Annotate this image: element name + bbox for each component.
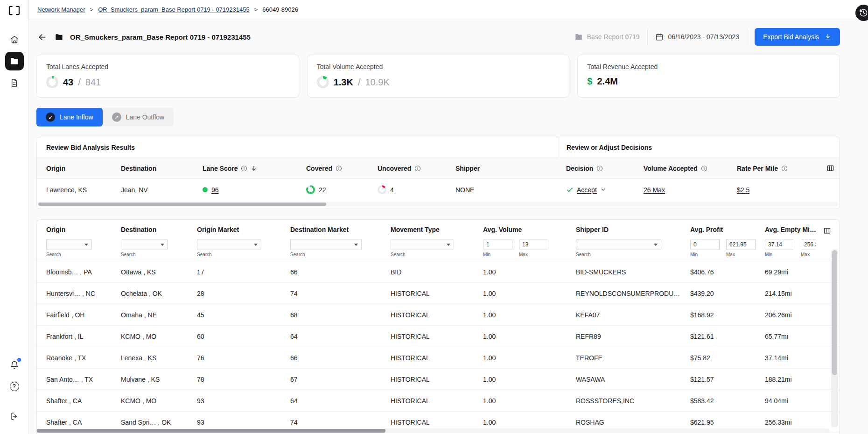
lane-row[interactable]: Shafter , CA KCMO , MO 93 64 HISTORICAL … — [37, 390, 840, 412]
lane-row[interactable]: San Anto… , TX Mulvane , KS 78 67 HISTOR… — [37, 369, 840, 390]
home-button[interactable] — [5, 30, 24, 49]
info-icon[interactable] — [781, 165, 788, 172]
lanes-vertical-scrollbar[interactable] — [831, 249, 838, 427]
shipper-id-filter-wrap — [576, 239, 661, 250]
cell-movement-type: HISTORICAL — [381, 347, 474, 368]
cell-movement-type: HISTORICAL — [381, 369, 474, 390]
avg-volume-max-input[interactable] — [519, 239, 548, 250]
scrollbar-thumb[interactable] — [832, 250, 837, 375]
document-icon — [10, 78, 19, 87]
info-icon[interactable] — [701, 165, 707, 172]
origin-filter-select[interactable] — [46, 239, 92, 250]
lane-row[interactable]: Frankfort , IL KCMO , MO 60 64 HISTORICA… — [37, 326, 840, 347]
avg-profit-filter: Min Max — [681, 239, 756, 257]
lane-row[interactable]: Roanoke , TX Lenexa , KS 76 66 HISTORICA… — [37, 347, 840, 369]
decision-horizontal-scrollbar[interactable] — [38, 202, 838, 207]
lane-score-link[interactable]: 96 — [211, 186, 219, 194]
scrollbar-thumb[interactable] — [37, 429, 385, 433]
col-label: Shipper — [455, 165, 480, 172]
stat-separator: / — [358, 77, 361, 88]
col-label: Destination — [121, 165, 156, 172]
avg-empty-mi-max-input[interactable] — [801, 239, 816, 250]
section-title-results: Review Bid Analysis Results — [37, 137, 557, 158]
stat-label: Total Volume Accepted — [317, 63, 560, 70]
logout-button[interactable] — [5, 407, 24, 426]
lanes-horizontal-scrollbar[interactable] — [37, 428, 829, 433]
notifications-button[interactable] — [5, 356, 24, 374]
avg-empty-mi-min-input[interactable] — [765, 239, 794, 250]
cell-avg-profit: $168.92 — [681, 304, 756, 325]
lane-row[interactable]: Bloomsb… , PA Ottawa , KS 17 66 BID 1.00… — [37, 261, 840, 283]
avg-volume-min-input[interactable] — [483, 239, 512, 250]
reports-button[interactable] — [5, 52, 24, 70]
cell-destination: KCMO , MO — [112, 326, 188, 347]
help-button[interactable] — [5, 377, 24, 396]
lane-row[interactable]: Huntersvi… , NC Ochelata , OK 28 74 HIST… — [37, 283, 840, 304]
movement-type-filter-wrap — [391, 239, 454, 250]
info-icon[interactable] — [414, 165, 421, 172]
col-label: Uncovered — [378, 165, 411, 172]
col-label: Volume Accepted — [644, 165, 698, 172]
cell-movement-type: HISTORICAL — [381, 390, 474, 411]
cell-shipper-id: WASAWA — [567, 369, 681, 390]
volume-accepted-link[interactable]: 26 Max — [644, 186, 665, 194]
col-shipper-id: Shipper ID — [567, 226, 681, 236]
scrollbar-thumb[interactable] — [38, 203, 326, 206]
movement-type-filter-select[interactable] — [391, 239, 454, 250]
destination-market-filter-select[interactable] — [290, 239, 362, 250]
info-icon[interactable] — [241, 165, 247, 172]
history-button[interactable] — [855, 5, 868, 21]
cell-volume-accepted: 26 Max — [634, 179, 728, 201]
report-header-actions: Base Report 0719 06/16/2023 - 07/13/2023 — [574, 28, 840, 46]
notification-dot — [17, 358, 21, 362]
max-label: Max — [801, 252, 816, 257]
decision-row[interactable]: Lawrence, KS Jean, NV 96 22 4 NONE — [37, 179, 840, 201]
decision-dropdown[interactable]: Accept — [557, 179, 634, 201]
destination-filter-select[interactable] — [121, 239, 168, 250]
brackets-logo-icon — [8, 6, 20, 15]
cell-destination-market: 64 — [281, 326, 381, 347]
column-settings-button[interactable] — [822, 226, 832, 236]
cell-avg-profit: $439.20 — [681, 283, 756, 304]
cell-destination: Mulvane , KS — [112, 369, 188, 390]
cell-origin: Shafter , CA — [37, 390, 112, 411]
lane-direction-tabs: Lane Inflow Lane Outflow — [36, 108, 174, 126]
shipper-id-filter-select[interactable] — [576, 239, 661, 250]
column-settings-button[interactable] — [826, 163, 835, 173]
documents-button[interactable] — [5, 73, 24, 92]
tab-lane-inflow[interactable]: Lane Inflow — [36, 108, 103, 126]
volume-donut-icon — [317, 76, 329, 88]
cell-empty — [819, 179, 840, 201]
main-area: Network Manager > OR_Smuckers_param_Base… — [29, 0, 868, 434]
col-shipper: Shipper — [446, 158, 557, 178]
cell-origin: Fairfield , OH — [37, 304, 112, 325]
stat-card-revenue: Total Revenue Accepted $ 2.4M — [577, 55, 840, 98]
origin-filter: Search — [37, 239, 112, 257]
info-icon[interactable] — [596, 165, 603, 172]
breadcrumb-network-manager[interactable]: Network Manager — [37, 6, 85, 13]
col-label: Covered — [306, 165, 332, 172]
logout-icon — [10, 412, 19, 421]
app-logo[interactable] — [8, 6, 20, 15]
stat-total: 841 — [85, 77, 101, 88]
decision-table-header: Origin Destination Lane Score Covered Un… — [37, 158, 840, 179]
stat-card-volume: Total Volume Accepted 1.3K / 10.9K — [307, 55, 570, 98]
info-icon[interactable] — [336, 165, 342, 172]
decision-value[interactable]: Accept — [577, 186, 597, 194]
rate-per-mile-link[interactable]: $2.5 — [737, 186, 749, 194]
col-lane-score[interactable]: Lane Score — [193, 158, 297, 178]
cell-shipper-id: REYNOLDSCONSUMERPRODU… — [567, 283, 681, 304]
lane-row[interactable]: Fairfield , OH Omaha , NE 45 68 HISTORIC… — [37, 304, 840, 326]
breadcrumb-report[interactable]: OR_Smuckers_param_Base Report 0719 - 071… — [98, 6, 249, 13]
back-button[interactable] — [36, 31, 48, 43]
avg-profit-min-input[interactable] — [690, 239, 720, 250]
breadcrumb-current-lane: 66049-89026 — [262, 6, 298, 13]
cell-avg-volume: 1.00 — [474, 304, 567, 325]
tab-lane-outflow[interactable]: Lane Outflow — [103, 108, 174, 126]
col-label: Decision — [566, 165, 593, 172]
export-bid-analysis-button[interactable]: Export Bid Analysis — [755, 28, 840, 46]
section-title-decisions: Review or Adjust Decisions — [557, 137, 840, 158]
avg-profit-max-input[interactable] — [726, 239, 756, 250]
origin-market-filter-select[interactable] — [197, 239, 261, 250]
date-range-picker[interactable]: 06/16/2023 - 07/13/2023 — [655, 33, 740, 41]
